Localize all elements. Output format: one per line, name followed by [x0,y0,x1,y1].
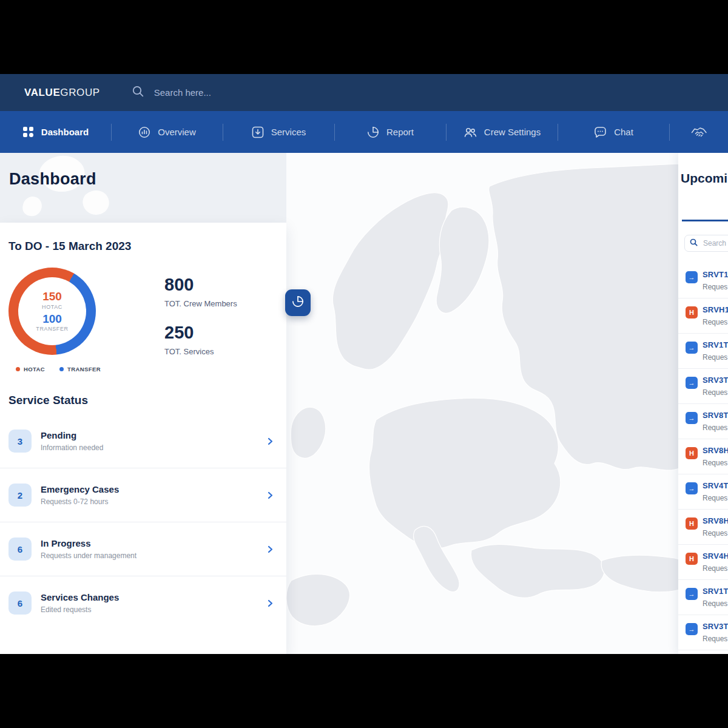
upcoming-row[interactable]: →SRV1T1Reques [678,334,728,369]
nav-item-chat[interactable]: Chat [558,111,669,153]
upcoming-row[interactable]: →SRV8TReques [678,404,728,439]
status-count-badge: 6 [8,538,32,561]
status-texts: In ProgressRequests under management [41,538,136,560]
donut-hotac-value: 150 [42,291,62,303]
status-row[interactable]: 3PendingInformation needed [0,414,286,468]
upcoming-row[interactable]: →SRV4TReques [678,474,728,510]
map-pie-button[interactable] [285,289,311,316]
global-search[interactable] [132,85,311,100]
top-header: VALUEGROUP [0,74,728,111]
upcoming-code: SRV3T [703,622,728,631]
upcoming-subtitle: Reques [703,494,728,502]
service-status-title: Service Status [8,394,88,407]
search-icon [132,85,144,100]
nav-item-report[interactable]: Report [335,111,446,153]
donut-transfer-label: TRANSFER [36,326,68,332]
legend-label: HOTAC [24,366,45,372]
legend-label: TRANSFER [67,366,101,372]
upcoming-subtitle: Reques [703,599,728,608]
upcoming-code: SRV1T1 [703,587,728,596]
hotac-icon: H [686,517,698,530]
status-count-badge: 2 [8,484,32,507]
upcoming-texts: SRV1T1Reques [703,340,728,362]
status-texts: Services ChangesEdited requests [41,592,119,614]
nav-item-services[interactable]: Services [223,111,334,153]
upcoming-row[interactable]: →SRVT1Reques [678,263,728,298]
upcoming-row[interactable]: →SRV1T1Reques [678,580,728,615]
content-area: Dashboard To DO - 15 March 2023 150 HOTA… [0,153,728,654]
upcoming-subtitle: Reques [703,564,728,573]
upcoming-subtitle: Reques [703,318,728,326]
chevron-right-icon[interactable] [266,599,274,607]
todo-title: To DO - 15 March 2023 [8,240,131,253]
main-nav: DashboardOverviewServicesReportCrew Sett… [0,111,728,153]
upcoming-row[interactable]: HSRV4HReques [678,545,728,580]
map-fragment [18,153,140,232]
chevron-right-icon[interactable] [266,437,274,445]
status-row[interactable]: 2Emergency CasesRequests 0-72 hours [0,468,286,522]
transfer-arrow-icon: → [686,377,698,389]
stat: 800TOT. Crew Members [164,276,237,308]
upcoming-code: SRV8H [703,446,728,455]
brand-logo-light: GROUP [60,87,99,98]
status-subtitle: Requests under management [41,551,136,560]
upcoming-title: Upcoming [681,171,728,186]
status-subtitle: Information needed [41,443,103,452]
transfer-arrow-icon: → [686,412,698,424]
nav-item-dashboard[interactable]: Dashboard [0,111,111,153]
hotac-icon: H [686,306,698,318]
stat: 250TOT. Services [164,324,237,356]
status-title: Emergency Cases [41,484,119,494]
upcoming-search[interactable] [684,235,728,252]
nav-item-label: Crew Settings [484,127,541,137]
upcoming-row[interactable]: →SRV3TReques [678,369,728,404]
handshake-icon [691,126,707,138]
upcoming-code: SRV1T1 [703,340,728,349]
upcoming-code: SRV4T [703,481,728,490]
upcoming-code: SRV8H [703,516,728,525]
upcoming-search-input[interactable] [702,238,728,248]
status-count-badge: 3 [8,430,32,453]
status-count-badge: 6 [8,592,32,615]
status-texts: PendingInformation needed [41,430,103,452]
todo-donut-ring: 150 HOTAC 100 TRANSFER [8,268,96,355]
donut-legend: HOTACTRANSFER [16,366,101,372]
nav-item-handshake[interactable] [670,111,728,153]
europe-map [286,153,679,654]
nav-item-crew-settings[interactable]: Crew Settings [447,111,558,153]
nav-item-label: Report [386,127,414,137]
nav-item-overview[interactable]: Overview [112,111,223,153]
status-row[interactable]: 6In ProgressRequests under management [0,522,286,576]
upcoming-row[interactable]: HSRV8HReques [678,439,728,474]
stat-label: TOT. Crew Members [164,299,237,308]
status-title: Pending [41,430,103,440]
upcoming-texts: SRV3TReques [703,622,728,643]
upcoming-texts: SRV8HReques [703,446,728,467]
upcoming-row[interactable]: →SRV3TReques [678,615,728,650]
upcoming-subtitle: Reques [703,423,728,432]
transfer-arrow-icon: → [686,623,698,635]
upcoming-subtitle: Reques [703,283,728,291]
upcoming-row[interactable]: HSRV8HReques [678,510,728,545]
nav-item-label: Services [271,127,306,137]
todo-donut-center: 150 HOTAC 100 TRANSFER [18,277,86,345]
status-row[interactable]: 6Services ChangesEdited requests [0,576,286,630]
chevron-right-icon[interactable] [266,491,274,499]
nav-item-label: Overview [158,127,196,137]
legend-item: HOTAC [16,366,45,372]
screen: VALUEGROUP DashboardOverviewServicesRepo… [0,0,728,728]
upcoming-list: →SRVT1RequesHSRVH1Reques→SRV1T1Reques→SR… [678,263,728,650]
brand-logo-bold: VALUE [24,87,60,98]
upcoming-row[interactable]: HSRVH1Reques [678,298,728,334]
upcoming-texts: SRV1T1Reques [703,587,728,608]
service-status-list: 3PendingInformation needed2Emergency Cas… [0,414,286,630]
upcoming-code: SRV4H [703,551,728,561]
search-input[interactable] [153,87,311,98]
upcoming-subtitle: Reques [703,459,728,467]
status-title: In Progress [41,538,136,548]
upcoming-subtitle: Reques [703,388,728,397]
chevron-right-icon[interactable] [266,545,274,553]
app-window: VALUEGROUP DashboardOverviewServicesRepo… [0,74,728,654]
todo-stats: 800TOT. Crew Members250TOT. Services [164,276,237,356]
upcoming-code: SRVH1 [703,305,728,314]
